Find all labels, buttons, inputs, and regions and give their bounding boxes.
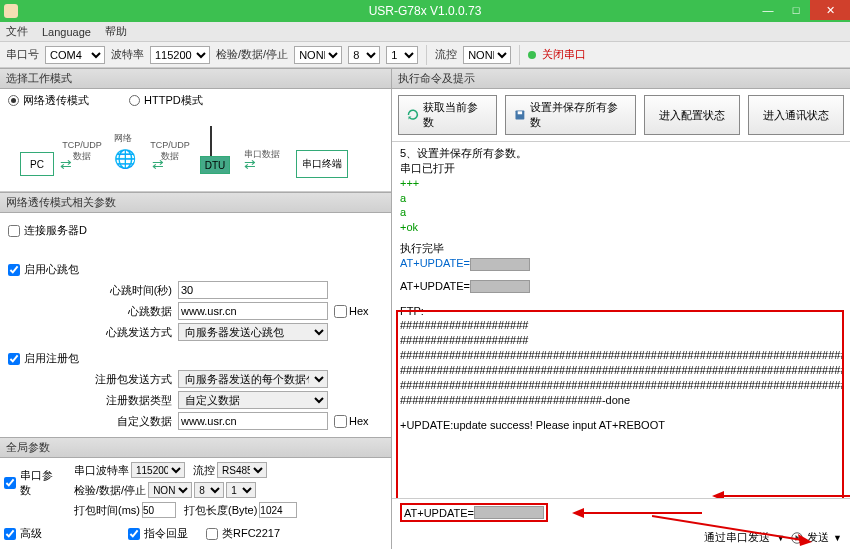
heartbeat-send-select[interactable]: 向服务器发送心跳包 bbox=[178, 323, 328, 341]
menu-file[interactable]: 文件 bbox=[6, 24, 28, 39]
arrow-icon: ⇄ bbox=[152, 156, 164, 172]
maximize-button[interactable]: □ bbox=[782, 0, 810, 20]
antenna-icon bbox=[210, 126, 212, 156]
adv-label: 高级 bbox=[20, 526, 42, 541]
log-line: a bbox=[400, 191, 842, 206]
svg-marker-5 bbox=[572, 508, 584, 518]
reg-enable-checkbox[interactable] bbox=[8, 353, 20, 365]
reg-type-label: 注册数据类型 bbox=[68, 393, 178, 408]
reg-custom-label: 自定义数据 bbox=[68, 414, 178, 429]
heartbeat-enable-checkbox[interactable] bbox=[8, 264, 20, 276]
menu-bar: 文件 Language 帮助 bbox=[0, 22, 850, 42]
cmd-echo-label: 指令回显 bbox=[144, 526, 188, 541]
dtu-box: DTU bbox=[200, 156, 230, 174]
serial-toolbar: 串口号 COM4 波特率 115200 检验/数据/停止 NONE 8 1 流控… bbox=[0, 42, 850, 68]
sp-flow-select[interactable]: RS485 bbox=[217, 462, 267, 478]
sp-baud-label: 串口波特率 bbox=[74, 463, 129, 478]
menu-language[interactable]: Language bbox=[42, 26, 91, 38]
globe-icon: 🌐 bbox=[110, 148, 140, 170]
databits-select[interactable]: 8 bbox=[348, 46, 380, 64]
enter-comm-button[interactable]: 进入通讯状态 bbox=[748, 95, 844, 135]
rfc2217-checkbox[interactable] bbox=[206, 528, 218, 540]
log-line: AT+UPDATE= bbox=[400, 256, 842, 271]
send-button[interactable]: 发送▼ bbox=[791, 530, 842, 545]
mode-net-radio[interactable]: 网络透传模式 bbox=[8, 93, 89, 108]
reg-enable-label: 启用注册包 bbox=[24, 351, 79, 366]
parity-label: 检验/数据/停止 bbox=[216, 47, 288, 62]
pc-box: PC bbox=[20, 152, 54, 176]
log-line: 5、设置并保存所有参数。 bbox=[400, 146, 842, 161]
save-params-button[interactable]: 设置并保存所有参数 bbox=[505, 95, 636, 135]
save-icon bbox=[514, 109, 526, 121]
log-line: 执行完毕 bbox=[400, 241, 842, 256]
port-status-icon bbox=[528, 51, 536, 59]
heartbeat-time-input[interactable] bbox=[178, 281, 328, 299]
send-icon bbox=[791, 532, 803, 544]
cmd-echo-checkbox[interactable] bbox=[128, 528, 140, 540]
red-arrow-icon bbox=[572, 507, 702, 519]
workmode-header: 选择工作模式 bbox=[0, 68, 391, 89]
conn-server-d-label: 连接服务器D bbox=[24, 223, 87, 238]
send-via-label: 通过串口发送 bbox=[704, 530, 770, 545]
refresh-icon bbox=[407, 109, 419, 121]
global-header: 全局参数 bbox=[0, 437, 391, 458]
minimize-button[interactable]: — bbox=[754, 0, 782, 20]
topology-diagram: PC TCP/UDP数据 ⇄ 🌐 网络 TCP/UDP数据 ⇄ DTU 串口数据… bbox=[0, 112, 391, 192]
conn-server-d-checkbox[interactable] bbox=[8, 225, 20, 237]
arrow-icon: ⇄ bbox=[60, 156, 72, 172]
reg-type-select[interactable]: 自定义数据 bbox=[178, 391, 328, 409]
sp-stop-select[interactable]: 1 bbox=[226, 482, 256, 498]
svg-rect-1 bbox=[517, 111, 521, 114]
heartbeat-data-label: 心跳数据 bbox=[68, 304, 178, 319]
sp-parity-label: 检验/数据/停止 bbox=[74, 483, 146, 498]
heartbeat-hex-checkbox[interactable] bbox=[334, 305, 347, 318]
window-title: USR-G78x V1.0.0.73 bbox=[369, 4, 482, 18]
flow-label: 流控 bbox=[435, 47, 457, 62]
sp-baud-select[interactable]: 115200 bbox=[131, 462, 185, 478]
terminal-box: 串口终端 bbox=[296, 150, 348, 178]
sp-data-select[interactable]: 8 bbox=[194, 482, 224, 498]
mode-httpd-radio[interactable]: HTTPD模式 bbox=[129, 93, 203, 108]
baud-label: 波特率 bbox=[111, 47, 144, 62]
sp-flow-label: 流控 bbox=[193, 463, 215, 478]
netparams-header: 网络透传模式相关参数 bbox=[0, 192, 391, 213]
net-label: 网络 bbox=[114, 132, 132, 145]
reg-custom-input[interactable] bbox=[178, 412, 328, 430]
sp-len-input[interactable] bbox=[259, 502, 297, 518]
parity-select[interactable]: NONE bbox=[294, 46, 342, 64]
get-params-button[interactable]: 获取当前参数 bbox=[398, 95, 497, 135]
sp-len-label: 打包长度(Byte) bbox=[184, 503, 257, 518]
reg-send-select[interactable]: 向服务器发送的每个数据包 bbox=[178, 370, 328, 388]
enter-config-button[interactable]: 进入配置状态 bbox=[644, 95, 740, 135]
log-line: 串口已打开 bbox=[400, 161, 842, 176]
log-console: 5、设置并保存所有参数。 串口已打开 +++ a a +ok 执行完毕 AT+U… bbox=[392, 142, 850, 498]
serial-params-checkbox[interactable] bbox=[4, 477, 16, 489]
sp-time-label: 打包时间(ms) bbox=[74, 503, 140, 518]
stopbits-select[interactable]: 1 bbox=[386, 46, 418, 64]
heartbeat-enable-label: 启用心跳包 bbox=[24, 262, 79, 277]
sp-parity-select[interactable]: NONE bbox=[148, 482, 192, 498]
rfc2217-label: 类RFC2217 bbox=[222, 526, 280, 541]
log-line: +ok bbox=[400, 220, 842, 235]
close-button[interactable]: ✕ bbox=[810, 0, 850, 20]
adv-checkbox[interactable] bbox=[4, 528, 16, 540]
portno-select[interactable]: COM4 bbox=[45, 46, 105, 64]
arrow-icon: ⇄ bbox=[244, 156, 256, 172]
reg-hex-checkbox[interactable] bbox=[334, 415, 347, 428]
log-line: AT+UPDATE= bbox=[400, 279, 842, 294]
log-line: +++ bbox=[400, 176, 842, 191]
log-line: a bbox=[400, 205, 842, 220]
flow-select[interactable]: NONE bbox=[463, 46, 511, 64]
serial-params-label: 串口参数 bbox=[20, 468, 60, 498]
heartbeat-send-label: 心跳发送方式 bbox=[68, 325, 178, 340]
close-port-link[interactable]: 关闭串口 bbox=[542, 47, 586, 62]
menu-help[interactable]: 帮助 bbox=[105, 24, 127, 39]
highlight-box-1 bbox=[396, 310, 844, 498]
portno-label: 串口号 bbox=[6, 47, 39, 62]
sp-time-input[interactable] bbox=[142, 502, 176, 518]
app-icon bbox=[4, 4, 18, 18]
baud-select[interactable]: 115200 bbox=[150, 46, 210, 64]
reg-send-label: 注册包发送方式 bbox=[68, 372, 178, 387]
heartbeat-data-input[interactable] bbox=[178, 302, 328, 320]
heartbeat-time-label: 心跳时间(秒) bbox=[68, 283, 178, 298]
